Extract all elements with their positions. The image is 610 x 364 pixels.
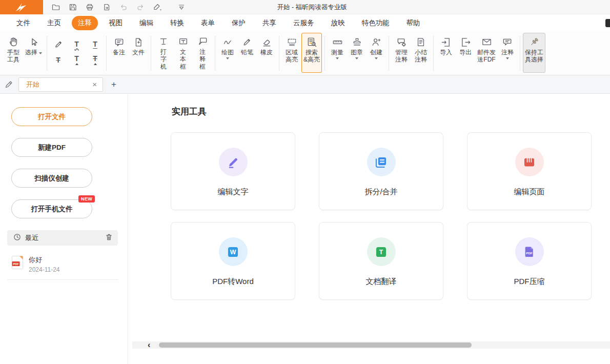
menu-help[interactable]: 帮助 [400,16,426,30]
import-icon [441,35,452,49]
card-split-merge[interactable]: 拆分/合并 [319,132,443,210]
tool-import[interactable]: 导入 [436,33,456,73]
recent-section-header[interactable]: 最近 [7,230,118,246]
panel-toggle-icon[interactable] [605,19,610,27]
menu-cloud[interactable]: 云服务 [287,16,320,30]
save-icon[interactable] [68,3,77,12]
menu-share[interactable]: 共享 [256,16,282,30]
dropdown-caret-icon[interactable] [355,57,358,59]
tool-note[interactable]: 备注 [109,33,129,73]
scanner-create-button[interactable]: 扫描仪创建 [11,169,92,188]
content-area: 打开文件 新建PDF 扫描仪创建 打开手机文件 NEW 最近 PDF 你好 20… [0,94,610,364]
tool-callout[interactable]: 注 释 框 [193,33,212,73]
quick-access-toolbar [51,3,186,12]
trash-icon[interactable] [105,233,113,242]
scroll-left-arrow-icon[interactable]: ‹ [132,341,150,349]
ribbon-separator [324,36,325,71]
print-icon[interactable] [85,3,94,12]
card-pdf-to-word[interactable]: W PDF转Word [171,222,295,300]
new-tab-button[interactable]: + [108,79,119,90]
dropdown-caret-icon[interactable] [375,57,378,59]
tool-email-fdf-label: 邮件发 送FDF [477,49,496,64]
horizontal-scrollbar[interactable]: ‹ [132,341,610,349]
tool-measure[interactable]: 测量 [328,33,347,73]
pen-nib-icon[interactable] [4,80,13,89]
tool-email-fdf[interactable]: 邮件发 送FDF [475,33,498,73]
card-doc-translate[interactable]: T 文档翻译 [319,222,443,300]
tool-search-highlight[interactable]: 搜索 &高亮 [301,33,322,73]
tool-attach-file[interactable]: 文件 [129,33,148,73]
sign-pen-icon[interactable] [153,3,162,12]
replace-text-glyph: T [93,55,97,62]
scrollbar-thumb[interactable] [159,342,472,348]
tool-draw-label: 绘图 [221,49,234,56]
ribbon-separator [106,36,107,71]
tool-draw[interactable]: 绘图 [218,33,237,73]
card-edit-text[interactable]: 编辑文字 [171,132,295,210]
highlight-tool-icon[interactable] [50,37,67,51]
tool-keep-tool-selected[interactable]: 保持工 具选择 [523,33,545,73]
tool-stamp[interactable]: 图章 [347,33,367,73]
tool-manage-comments[interactable]: 管理 注释 [392,33,411,73]
tab-close-icon[interactable]: × [91,80,98,89]
tool-hand[interactable]: 手型 工具 [4,33,23,73]
note-bubble-icon [114,35,125,49]
tool-textbox[interactable]: 文 本 框 [173,33,193,73]
menu-home[interactable]: 主页 [41,16,67,30]
export-page-icon[interactable] [102,3,111,12]
insert-text-tool[interactable]: T [68,53,85,67]
dropdown-caret-icon[interactable] [336,57,339,59]
pdf-to-word-icon: W [219,237,248,266]
foxit-logo[interactable] [0,0,43,14]
tab-start-label: 开始 [26,80,91,89]
menu-convert[interactable]: 转换 [164,16,190,30]
tab-start[interactable]: 开始 × [18,77,103,92]
tool-comments-settings[interactable]: 注释 [498,33,517,73]
recent-file-item[interactable]: PDF 你好 2024-11-24 [7,252,118,280]
menu-protect[interactable]: 保护 [226,16,252,30]
open-mobile-file-button[interactable]: 打开手机文件 NEW [11,199,92,218]
manage-comments-icon [396,35,407,49]
menu-features[interactable]: 特色功能 [356,16,396,30]
menu-file[interactable]: 文件 [10,16,36,30]
card-pdf-compress[interactable]: PDF PDF压缩 [467,222,592,300]
scanner-create-button-label: 扫描仪创建 [34,174,69,183]
dropdown-caret-icon[interactable] [226,57,229,59]
open-file-button[interactable]: 打开文件 [11,107,92,126]
clock-icon [13,233,21,242]
menubar: 文件 主页 注释 视图 编辑 转换 表单 保护 共享 云服务 放映 特色功能 帮… [0,14,610,31]
redo-icon[interactable] [136,3,145,12]
ribbon-toolbar: 手型 工具 选择 T T T T T 备注 文件 打 字 机 [0,31,610,75]
customize-toolbar-icon[interactable] [177,3,186,12]
replace-text-tool[interactable]: T [87,53,104,67]
recent-label: 最近 [25,233,101,242]
tool-summarize-comments[interactable]: 小结 注释 [411,33,431,73]
strikeout-tool[interactable]: T [50,53,67,67]
menu-form[interactable]: 表单 [195,16,221,30]
new-pdf-button[interactable]: 新建PDF [11,138,92,157]
tool-pencil[interactable]: 铅笔 [237,33,257,73]
pencil-icon [242,35,252,49]
edit-text-icon [219,148,248,176]
squiggly-underline-tool[interactable]: T [68,37,85,51]
tool-export[interactable]: 导出 [456,33,475,73]
tool-create[interactable]: 创建 [367,33,386,73]
menu-view[interactable]: 视图 [103,16,129,30]
tool-select[interactable]: 选择 [23,33,44,73]
dropdown-caret-icon[interactable] [39,52,42,54]
card-edit-pages[interactable]: 编辑页面 [467,132,592,210]
tool-typewriter[interactable]: 打 字 机 [154,33,173,73]
open-file-button-label: 打开文件 [38,112,66,122]
underline-tool[interactable]: T [87,37,104,51]
dropdown-caret-icon[interactable] [506,57,509,59]
undo-icon[interactable] [119,3,128,12]
open-file-icon[interactable] [51,3,60,12]
tool-eraser[interactable]: 橡皮 [257,33,276,73]
ribbon-separator [520,36,520,71]
menu-present[interactable]: 放映 [325,16,351,30]
tool-area-highlight[interactable]: 区域 高亮 [282,33,301,73]
ribbon-group-io: 导入 导出 邮件发 送FDF 注释 [435,33,519,73]
menu-edit[interactable]: 编辑 [133,16,159,30]
summary-page-icon [416,35,426,49]
menu-comment[interactable]: 注释 [72,16,98,30]
